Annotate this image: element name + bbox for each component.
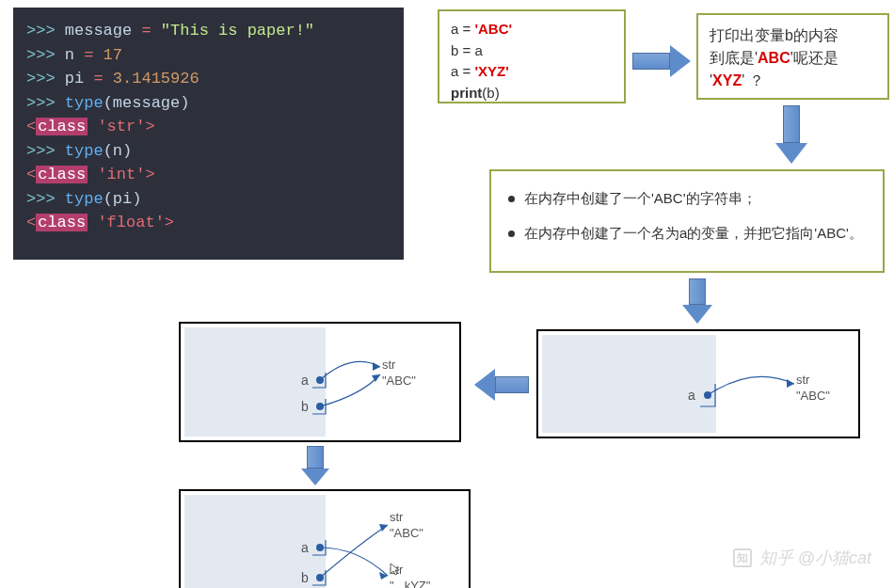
arrow-right-icon [632, 45, 691, 77]
arrow-left-icon [474, 369, 529, 401]
memory-diagram-1: a str"ABC" [536, 329, 860, 438]
svg-marker-5 [372, 374, 380, 382]
svg-marker-4 [373, 362, 380, 371]
arrow-down-icon [775, 105, 807, 164]
zhihu-icon: 知 [733, 548, 752, 567]
memory-diagram-3: a b str"ABC" str " kYZ" [179, 489, 471, 588]
explanation-box: 在内存中创建了一个'ABC'的字符串； 在内存中创建了一个名为a的变量，并把它指… [489, 169, 885, 273]
arrow-down-icon [682, 278, 712, 324]
svg-marker-1 [787, 379, 794, 388]
python-terminal: >>> message = "This is paper!" >>> n = 1… [13, 8, 404, 260]
cursor-icon [394, 580, 405, 588]
snippet-box: a = 'ABC' b = a a = 'XYZ' print(b) [438, 9, 626, 103]
watermark: 知 知乎 @小猫cat [733, 547, 871, 569]
question-box: 打印出变量b的内容 到底是'ABC'呢还是 'XYZ' ？ [696, 13, 889, 100]
svg-marker-9 [379, 524, 388, 532]
memory-diagram-2: a b str"ABC" [179, 322, 461, 442]
svg-marker-8 [379, 572, 388, 580]
arrow-down-icon [301, 446, 329, 485]
